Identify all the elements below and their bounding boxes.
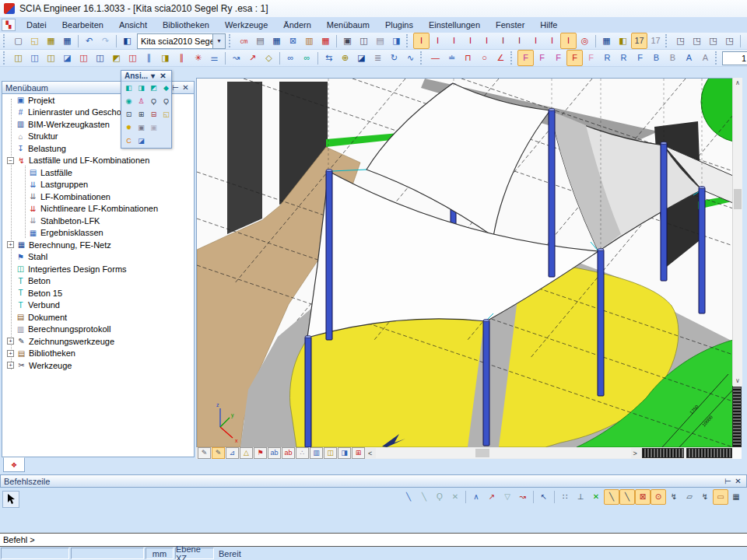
- form-f11-icon[interactable]: A: [681, 50, 697, 66]
- snap-arc2-icon[interactable]: ▱: [682, 489, 697, 505]
- tree-item-design-forms[interactable]: ◫Integriertes Design Forms: [2, 263, 194, 275]
- paint-props-icon[interactable]: ◧: [615, 33, 631, 49]
- member-arc-icon[interactable]: I: [511, 33, 528, 49]
- show-loads-icon[interactable]: △: [240, 447, 253, 459]
- gallery-icon[interactable]: ◨: [388, 33, 405, 49]
- form-f2-icon[interactable]: F: [534, 50, 550, 66]
- chevron-down-icon[interactable]: ▾: [212, 34, 225, 48]
- select-curve-icon[interactable]: ↝: [228, 50, 244, 66]
- form-f9-icon[interactable]: B: [648, 50, 665, 66]
- tree-item-zeichnungswerkzeuge[interactable]: +✎Zeichnungswerkzeuge: [2, 335, 194, 348]
- section-9-icon[interactable]: ∥: [141, 50, 157, 66]
- show-local-axes-icon[interactable]: ▥: [310, 447, 323, 459]
- menu-item-plugins[interactable]: Plugins: [377, 18, 421, 32]
- form-f5-icon[interactable]: F: [583, 50, 599, 66]
- window-17b-icon[interactable]: 17: [647, 33, 664, 49]
- print-preview-icon[interactable]: ◫: [356, 33, 372, 49]
- select-point-icon[interactable]: ↗: [244, 50, 261, 66]
- section-7-icon[interactable]: ◩: [108, 50, 124, 66]
- tree-item-beton[interactable]: TBeton: [2, 275, 194, 288]
- copy-icon[interactable]: ⊕: [337, 50, 353, 66]
- ruler-icon[interactable]: ▭: [713, 489, 728, 505]
- perspective-icon[interactable]: ◪: [135, 135, 147, 147]
- form-f7-icon[interactable]: R: [615, 50, 632, 66]
- menu-item-werkzeuge[interactable]: Werkzeuge: [217, 18, 275, 32]
- tree-item-stahlbeton-lfk[interactable]: ⇊Stahlbeton-LFK: [2, 215, 194, 227]
- section-10-icon[interactable]: ◨: [157, 50, 174, 66]
- tree-item-werkzeuge[interactable]: +✂Werkzeuge: [2, 359, 194, 372]
- tree-item-bibliotheken[interactable]: +▤Bibliotheken: [2, 348, 194, 360]
- scale-spinner[interactable]: 1: [722, 51, 747, 65]
- close-icon[interactable]: ✕: [733, 477, 743, 485]
- tree-item-beton-15[interactable]: TBeton 15: [2, 287, 194, 299]
- collapse-icon[interactable]: −: [7, 157, 14, 164]
- copy-window-4-icon[interactable]: ◳: [721, 33, 738, 49]
- menu-item-men-baum[interactable]: Menübaum: [319, 18, 377, 32]
- menu-item-datei[interactable]: Datei: [19, 18, 54, 32]
- clipping-box-icon[interactable]: C: [123, 135, 135, 147]
- mesh-icon[interactable]: ▦: [317, 33, 334, 49]
- view-point-icon[interactable]: ◉: [123, 96, 135, 107]
- menu-item-bearbeiten[interactable]: Bearbeiten: [54, 18, 111, 32]
- pin-icon[interactable]: ⊥: [724, 476, 732, 486]
- tree-item-lastgruppen[interactable]: ⇊Lastgruppen: [2, 179, 194, 191]
- snap-vertex-icon[interactable]: ∧: [468, 489, 484, 505]
- zoom-selection-icon[interactable]: ⊟: [148, 109, 160, 121]
- snap-point-icon[interactable]: ↗: [484, 489, 500, 505]
- render-wired-icon[interactable]: ✎: [198, 447, 211, 459]
- document-system-icon[interactable]: ▚: [2, 19, 16, 31]
- calculator-icon[interactable]: ▦: [268, 33, 285, 49]
- hide-show-icon[interactable]: ✳: [190, 50, 206, 66]
- view-x-icon[interactable]: ◧: [123, 82, 135, 94]
- snap-end-icon[interactable]: ╲: [619, 489, 635, 505]
- multicopy-icon[interactable]: ≣: [370, 50, 386, 66]
- viewport-vscrollbar[interactable]: ∧ ∨: [732, 78, 742, 386]
- close-icon[interactable]: ✕: [158, 72, 168, 80]
- document-icon[interactable]: ▤: [372, 33, 388, 49]
- target-snap-icon[interactable]: ◎: [577, 33, 593, 49]
- viewport-3d[interactable]: 1750 10000: [196, 78, 742, 459]
- section-5-icon[interactable]: ◫: [75, 50, 92, 66]
- member-del-icon[interactable]: I: [544, 33, 560, 49]
- member-select-icon[interactable]: I: [413, 33, 430, 49]
- copy-window-1-icon[interactable]: ◳: [672, 33, 689, 49]
- dim-bracket-icon[interactable]: ⊓: [460, 50, 476, 66]
- member-add-icon[interactable]: I: [446, 33, 462, 49]
- walk-view-icon[interactable]: ♙: [135, 96, 147, 107]
- snap-ortho-pt-icon[interactable]: ⊙: [651, 489, 666, 505]
- form-f3-icon[interactable]: F: [550, 50, 566, 66]
- command-input[interactable]: Befehl >: [0, 533, 747, 547]
- dock-tab-menubaum[interactable]: ❖: [3, 457, 25, 472]
- tree-item-verbund[interactable]: TVerbund: [2, 299, 194, 312]
- member-plus-icon[interactable]: I: [560, 33, 577, 49]
- snap-line2-icon[interactable]: ╲: [416, 489, 432, 505]
- tree-item-lf-kombinationen[interactable]: ⇊LF-Kombinationen: [2, 191, 194, 203]
- show-member-labels-icon[interactable]: ab: [282, 447, 295, 459]
- cursor-snap-icon[interactable]: ↖: [536, 489, 552, 505]
- form-f12-icon[interactable]: A: [697, 50, 714, 66]
- tree-item-ergebnisklassen[interactable]: ▦Ergebnisklassen: [2, 227, 194, 240]
- move-icon[interactable]: ⇆: [321, 50, 337, 66]
- two-beams-icon[interactable]: ⚌: [206, 50, 223, 66]
- view-z-icon[interactable]: ◩: [148, 82, 160, 94]
- clipboard-icon[interactable]: ▥: [301, 33, 317, 49]
- ortho-icon[interactable]: ⊥: [573, 489, 588, 505]
- view-y-icon[interactable]: ◨: [135, 82, 147, 94]
- scroll-right-icon[interactable]: >: [631, 450, 640, 457]
- menu-item-einstellungen[interactable]: Einstellungen: [421, 18, 488, 32]
- tree-item-lastfaelle-gruppe[interactable]: −↯Lastfälle und LF-Kombinationen: [2, 155, 194, 167]
- vscroll-thumb[interactable]: [734, 189, 742, 209]
- tree-item-stahl[interactable]: ⚑Stahl: [2, 251, 194, 264]
- mirror-icon[interactable]: ∿: [402, 50, 419, 66]
- undo-icon[interactable]: ↶: [81, 33, 97, 49]
- palette-header[interactable]: Ansi... ▾ ✕: [121, 71, 171, 82]
- section-6-icon[interactable]: ◫: [92, 50, 108, 66]
- save-icon[interactable]: ▦: [59, 33, 75, 49]
- member-b-icon[interactable]: I: [479, 33, 495, 49]
- layers-icon[interactable]: ▤: [252, 33, 268, 49]
- tree-item-dokument[interactable]: ▤Dokument: [2, 311, 194, 324]
- show-rendering-icon[interactable]: ◨: [338, 447, 351, 459]
- tree-item-berechnungsprotokoll[interactable]: ▥Berechnungsprotokoll: [2, 324, 194, 336]
- section-4-icon[interactable]: ◪: [59, 50, 75, 66]
- paste-props-icon[interactable]: ◪: [353, 50, 370, 66]
